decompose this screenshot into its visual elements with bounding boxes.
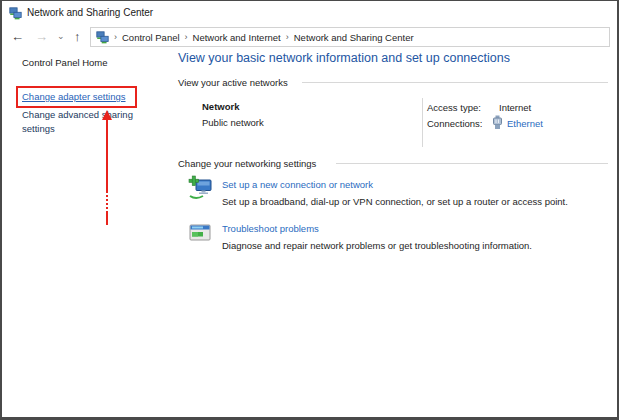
networking-settings-section-label: Change your networking settings [178, 158, 316, 169]
troubleshoot-problems-link[interactable]: Troubleshoot problems [222, 223, 319, 234]
network-icon [96, 31, 109, 44]
setup-new-connection-link[interactable]: Set up a new connection or network [222, 179, 373, 190]
network-type: Public network [202, 117, 264, 128]
breadcrumb-separator: › [286, 32, 289, 42]
annotation-highlight-box [16, 86, 137, 108]
network-icon [9, 6, 22, 24]
section-divider [336, 163, 608, 164]
active-network-divider [422, 98, 423, 147]
breadcrumb-network-sharing-center[interactable]: Network and Sharing Center [294, 32, 414, 43]
connections-label: Connections: [427, 118, 482, 129]
window-title: Network and Sharing Center [27, 7, 153, 18]
troubleshoot-problems-description: Diagnose and repair network problems or … [222, 240, 532, 251]
breadcrumb-network-and-internet[interactable]: Network and Internet [193, 32, 281, 43]
recent-pages-dropdown[interactable]: ⌄ [57, 32, 65, 41]
troubleshoot-icon [188, 221, 212, 249]
network-sharing-center-window: Network and Sharing Center ← → ⌄ ↑ › Con… [0, 0, 619, 420]
access-type-label: Access type: [427, 102, 481, 113]
forward-button[interactable]: → [35, 30, 48, 43]
annotation-arrow-line-dotted [106, 191, 108, 213]
active-networks-section-label: View your active networks [178, 77, 288, 88]
ethernet-link[interactable]: Ethernet [507, 118, 543, 129]
sidebar-item-control-panel-home[interactable]: Control Panel Home [22, 57, 108, 68]
network-name: Network [202, 101, 239, 112]
access-type-value: Internet [499, 102, 531, 113]
breadcrumb-separator: › [185, 32, 188, 42]
page-title: View your basic network information and … [178, 51, 510, 65]
section-divider [302, 82, 608, 83]
sidebar-item-change-advanced-sharing[interactable]: Change advanced sharing settings [22, 108, 134, 135]
annotation-arrow-line [106, 119, 108, 191]
back-button[interactable]: ← [11, 30, 24, 43]
ethernet-plug-icon [492, 115, 503, 134]
setup-new-connection-description: Set up a broadband, dial-up or VPN conne… [222, 196, 568, 207]
address-bar[interactable]: › Control Panel › Network and Internet ›… [90, 27, 610, 47]
breadcrumb-control-panel[interactable]: Control Panel [122, 32, 180, 43]
new-connection-icon [188, 175, 213, 204]
annotation-arrow-line [106, 213, 108, 225]
breadcrumb-separator: › [114, 32, 117, 42]
up-button[interactable]: ↑ [74, 30, 81, 43]
